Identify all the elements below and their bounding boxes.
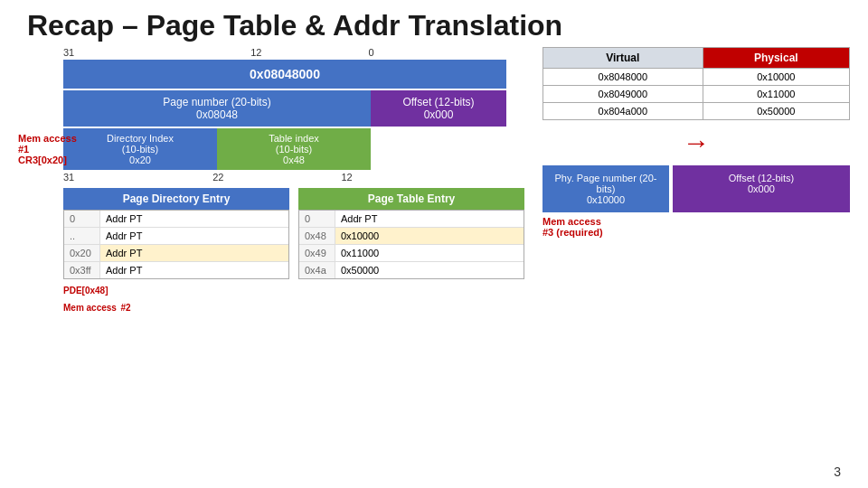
phys-offset-title: Offset (12-bits): [676, 173, 846, 183]
arrow-area: →: [542, 127, 850, 158]
addr-label-31: 31: [63, 47, 74, 58]
vp-row-3: 0x804a000 0x50000: [543, 103, 850, 120]
table-row: 0x4a 0x50000: [299, 262, 524, 278]
page-num-block: Page number (20-bits) 0x08048: [63, 90, 371, 127]
sub-label-22: 22: [212, 172, 223, 183]
left-label-area: Mem access #1 CR3[0x20]: [18, 133, 77, 165]
page-table-section: Page Table Entry 0 Addr PT 0x48 0x10000 …: [298, 188, 524, 314]
table-index-title: Table index: [221, 133, 367, 144]
page-directory-section: Page Directory Entry 0 Addr PT .. Addr P…: [63, 188, 289, 314]
table-row-highlight: 0x20 Addr PT: [64, 245, 288, 262]
mem-access-2: Mem access: [63, 303, 117, 313]
phys-offset-block: Offset (12-bits) 0x000: [673, 165, 850, 212]
table-row: 0x49 0x11000: [299, 245, 524, 262]
page-table-body: 0 Addr PT 0x48 0x10000 0x49 0x11000 0x4a…: [298, 210, 524, 279]
vp-header-virtual: Virtual: [543, 48, 703, 69]
vp-table: Virtual Physical 0x8048000 0x10000 0x804…: [542, 47, 850, 120]
dir-index-value: 0x20: [67, 155, 213, 165]
addr-bar: 0x08048000: [63, 60, 506, 89]
sub-label-31: 31: [63, 172, 74, 183]
phys-page-block: Phy. Page number (20-bits) 0x10000: [542, 165, 669, 212]
phys-addr-row: Phy. Page number (20-bits) 0x10000 Offse…: [542, 165, 850, 212]
sub-label-12: 12: [342, 172, 353, 183]
vp-header-physical: Physical: [703, 48, 849, 69]
mem-access-3-area: Mem access #3 (required): [542, 216, 850, 238]
slide-number: 3: [834, 465, 841, 479]
arrow-right-icon: →: [683, 127, 710, 157]
page-num-value: 0x08048: [67, 108, 367, 121]
addr-label-12: 12: [250, 47, 261, 58]
table-row: 0 Addr PT: [299, 211, 524, 228]
dir-index-title: Directory Index: [67, 133, 213, 144]
vp-row-1: 0x8048000 0x10000: [543, 69, 850, 86]
page-num-title: Page number (20-bits): [67, 96, 367, 108]
phys-page-value: 0x10000: [546, 194, 665, 205]
phys-offset-value: 0x000: [676, 183, 846, 194]
offset-value: 0x000: [374, 108, 503, 121]
page-directory-body: 0 Addr PT .. Addr PT 0x20 Addr PT 0x3ff …: [63, 210, 289, 279]
pde-label: PDE[0x48]: [63, 286, 108, 296]
mem-access-label-1: Mem access #1 CR3[0x20]: [18, 133, 77, 165]
dir-index-subtitle: (10-bits): [67, 144, 213, 155]
page-directory-header: Page Directory Entry: [63, 188, 289, 210]
table-index-block: Table index (10-bits) 0x48: [217, 128, 371, 170]
title: Recap – Page Table & Addr Translation: [0, 0, 868, 47]
table-row: .. Addr PT: [64, 228, 288, 245]
table-row: 0x3ff Addr PT: [64, 262, 288, 278]
table-row: 0 Addr PT: [64, 211, 288, 228]
vp-row-2: 0x8049000 0x11000: [543, 86, 850, 103]
offset-title: Offset (12-bits): [374, 96, 503, 108]
addr-label-0: 0: [369, 47, 374, 58]
hash2: #2: [120, 303, 130, 313]
table-index-value: 0x48: [221, 155, 367, 165]
phys-page-title: Phy. Page number (20-bits): [546, 173, 665, 194]
page-table-header: Page Table Entry: [298, 188, 524, 210]
table-index-subtitle: (10-bits): [221, 144, 367, 155]
offset-block: Offset (12-bits) 0x000: [371, 90, 506, 127]
table-row-highlight: 0x48 0x10000: [299, 228, 524, 245]
dir-index-block: Directory Index (10-bits) 0x20: [63, 128, 217, 170]
